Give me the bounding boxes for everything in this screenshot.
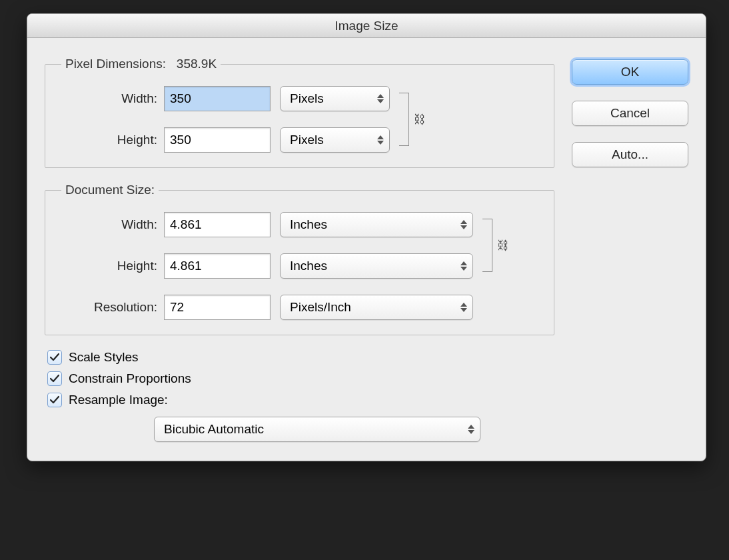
updown-icon <box>468 425 474 434</box>
updown-icon <box>460 303 467 312</box>
image-size-dialog: Image Size Pixel Dimensions: 358.9K Widt… <box>27 13 706 461</box>
chain-link-icon[interactable]: ⛓ <box>497 239 509 253</box>
scale-styles-label: Scale Styles <box>69 350 139 365</box>
doc-height-unit-value: Inches <box>290 259 327 273</box>
pixel-dimensions-size: 358.9K <box>177 57 217 71</box>
pixel-height-unit-select[interactable]: Pixels <box>280 127 390 153</box>
document-size-group: Document Size: Width: Inches Height <box>45 183 554 335</box>
dialog-content: Pixel Dimensions: 358.9K Width: Pixels <box>27 38 706 461</box>
updown-icon <box>377 135 384 145</box>
constrain-proportions-checkbox[interactable] <box>47 371 62 386</box>
doc-height-label: Height: <box>57 259 164 273</box>
right-button-column: OK Cancel Auto... <box>572 57 688 442</box>
bracket-icon <box>396 86 411 153</box>
resample-method-select[interactable]: Bicubic Automatic <box>154 417 480 442</box>
pixel-width-label: Width: <box>57 91 164 106</box>
pixel-width-unit-value: Pixels <box>290 91 324 106</box>
pixel-dimensions-legend-prefix: Pixel Dimensions: <box>65 57 166 71</box>
doc-width-unit-select[interactable]: Inches <box>280 212 473 237</box>
auto-button[interactable]: Auto... <box>572 142 688 167</box>
doc-link-constraint: ⛓ <box>480 212 509 279</box>
options-checkboxes: Scale Styles Constrain Proportions Resam… <box>45 350 554 442</box>
checkmark-icon <box>49 395 60 405</box>
doc-height-input[interactable] <box>164 253 271 279</box>
updown-icon <box>460 220 467 229</box>
doc-width-input[interactable] <box>164 212 271 237</box>
pixel-height-unit-value: Pixels <box>290 133 324 147</box>
resample-image-label: Resample Image: <box>69 393 168 407</box>
pixel-width-input[interactable] <box>164 86 271 111</box>
resolution-input[interactable] <box>164 295 271 320</box>
dialog-title: Image Size <box>27 14 706 38</box>
constrain-proportions-label: Constrain Proportions <box>69 371 191 386</box>
pixel-height-input[interactable] <box>164 127 271 153</box>
document-size-legend: Document Size: <box>61 183 159 197</box>
scale-styles-checkbox[interactable] <box>47 350 62 365</box>
pixel-link-constraint: ⛓ <box>396 86 426 153</box>
pixel-dimensions-group: Pixel Dimensions: 358.9K Width: Pixels <box>45 57 554 168</box>
resolution-unit-select[interactable]: Pixels/Inch <box>280 295 473 320</box>
resolution-label: Resolution: <box>57 300 164 315</box>
resample-image-checkbox[interactable] <box>47 393 62 407</box>
updown-icon <box>377 94 384 103</box>
doc-width-unit-value: Inches <box>290 217 327 232</box>
pixel-width-unit-select[interactable]: Pixels <box>280 86 390 111</box>
ok-button[interactable]: OK <box>572 59 688 85</box>
pixel-dimensions-legend: Pixel Dimensions: 358.9K <box>61 57 221 71</box>
checkmark-icon <box>49 352 60 363</box>
pixel-height-label: Height: <box>57 133 164 147</box>
updown-icon <box>460 261 467 271</box>
bracket-icon <box>480 212 494 279</box>
resolution-unit-value: Pixels/Inch <box>290 300 351 315</box>
doc-height-unit-select[interactable]: Inches <box>280 253 473 279</box>
doc-width-label: Width: <box>57 217 164 232</box>
chain-link-icon[interactable]: ⛓ <box>414 113 426 127</box>
checkmark-icon <box>49 373 60 384</box>
left-column: Pixel Dimensions: 358.9K Width: Pixels <box>45 57 554 442</box>
cancel-button[interactable]: Cancel <box>572 101 688 126</box>
resample-method-value: Bicubic Automatic <box>164 422 264 437</box>
